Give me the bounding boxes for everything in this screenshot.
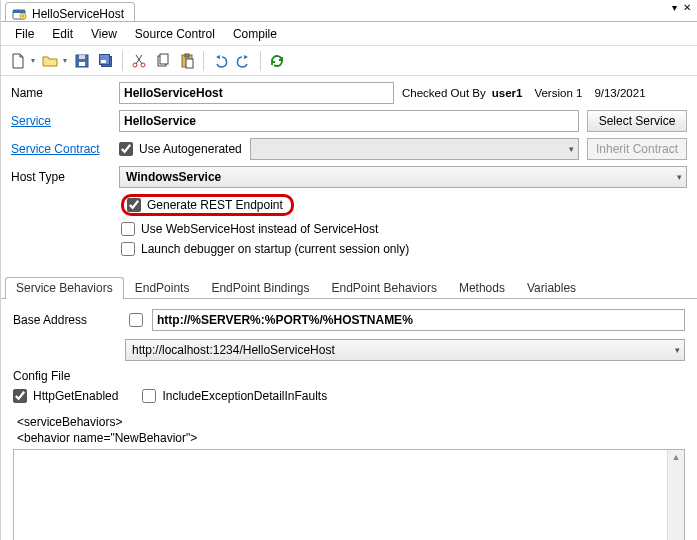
svg-rect-5 [79, 55, 85, 59]
svg-rect-4 [79, 62, 85, 66]
svg-rect-8 [101, 60, 106, 63]
tab-endpoints[interactable]: EndPoints [124, 277, 201, 299]
menu-edit[interactable]: Edit [44, 24, 81, 44]
open-folder-dropdown[interactable]: ▾ [61, 56, 69, 65]
undo-icon[interactable] [209, 50, 231, 72]
behavior-xml-textarea[interactable]: ▲ ▼ [13, 449, 685, 540]
save-icon[interactable] [71, 50, 93, 72]
launch-debugger-label: Launch debugger on startup (current sess… [141, 242, 409, 256]
include-exception-checkbox[interactable] [142, 389, 156, 403]
chevron-down-icon: ▾ [677, 172, 682, 182]
document-tab-row: HelloServiceHost ▾ ✕ [1, 0, 697, 22]
window-menu-caret-icon[interactable]: ▾ [672, 3, 677, 13]
host-type-label: Host Type [11, 170, 111, 184]
select-service-button[interactable]: Select Service [587, 110, 687, 132]
copy-icon[interactable] [152, 50, 174, 72]
base-address-template-checkbox[interactable] [129, 313, 143, 327]
base-address-template-input[interactable] [152, 309, 685, 331]
open-folder-icon[interactable] [39, 50, 61, 72]
tab-strip: Service Behaviors EndPoints EndPoint Bin… [1, 266, 697, 299]
menu-compile[interactable]: Compile [225, 24, 285, 44]
scroll-up-icon[interactable]: ▲ [672, 452, 681, 462]
new-file-dropdown[interactable]: ▾ [29, 56, 37, 65]
tab-variables[interactable]: Variables [516, 277, 587, 299]
svg-rect-12 [160, 54, 168, 64]
menu-bar: File Edit View Source Control Compile [1, 22, 697, 46]
tab-endpoint-bindings[interactable]: EndPoint Bindings [200, 277, 320, 299]
document-tab[interactable]: HelloServiceHost [5, 2, 135, 22]
inherit-contract-button: Inherit Contract [587, 138, 687, 160]
panel-service-behaviors: Base Address http://localhost:1234/Hello… [1, 299, 697, 540]
service-input[interactable] [119, 110, 579, 132]
include-exception-label: IncludeExceptionDetailInFaults [162, 389, 327, 403]
new-file-icon[interactable] [7, 50, 29, 72]
service-contract-link[interactable]: Service Contract [11, 142, 111, 156]
form-area: Name Checked Out By user1 Version 1 9/13… [1, 76, 697, 266]
xml-line-1: <serviceBehaviors> [17, 415, 685, 429]
svg-rect-14 [185, 54, 189, 57]
chevron-down-icon: ▾ [675, 345, 680, 355]
servicehost-icon [12, 7, 28, 21]
checked-out-by-value: user1 [492, 87, 523, 99]
http-get-enabled-checkbox[interactable] [13, 389, 27, 403]
tab-methods[interactable]: Methods [448, 277, 516, 299]
checked-out-by-label: Checked Out By [402, 87, 486, 99]
config-file-label: Config File [13, 369, 685, 383]
status-meta: Checked Out By user1 Version 1 9/13/2021 [402, 87, 687, 99]
svg-rect-15 [186, 59, 193, 68]
svg-point-10 [141, 63, 145, 67]
date-label: 9/13/2021 [594, 87, 645, 99]
scrollbar[interactable]: ▲ ▼ [667, 450, 684, 540]
tab-endpoint-behaviors[interactable]: EndPoint Behaviors [321, 277, 448, 299]
host-type-value: WindowsService [126, 170, 221, 184]
generate-rest-endpoint-highlight: Generate REST Endpoint [121, 194, 294, 216]
xml-line-2: <behavior name="NewBehavior"> [17, 431, 685, 445]
menu-source-control[interactable]: Source Control [127, 24, 223, 44]
redo-icon[interactable] [233, 50, 255, 72]
host-type-combo[interactable]: WindowsService ▾ [119, 166, 687, 188]
toolbar: ▾ ▾ [1, 46, 697, 76]
name-input[interactable] [119, 82, 394, 104]
use-webservicehost-label: Use WebServiceHost instead of ServiceHos… [141, 222, 378, 236]
window-close-icon[interactable]: ✕ [683, 3, 691, 13]
version-label: Version 1 [534, 87, 582, 99]
use-autogenerated-label: Use Autogenerated [139, 142, 242, 156]
cut-icon[interactable] [128, 50, 150, 72]
menu-file[interactable]: File [7, 24, 42, 44]
service-link[interactable]: Service [11, 114, 111, 128]
document-tab-title: HelloServiceHost [32, 7, 124, 21]
tab-service-behaviors[interactable]: Service Behaviors [5, 277, 124, 299]
generate-rest-endpoint-checkbox[interactable] [127, 198, 141, 212]
base-address-concrete-value: http://localhost:1234/HelloServiceHost [132, 343, 335, 357]
svg-point-9 [133, 63, 137, 67]
paste-icon[interactable] [176, 50, 198, 72]
use-webservicehost-checkbox[interactable] [121, 222, 135, 236]
refresh-icon[interactable] [266, 50, 288, 72]
save-all-icon[interactable] [95, 50, 117, 72]
menu-view[interactable]: View [83, 24, 125, 44]
generate-rest-endpoint-label: Generate REST Endpoint [147, 198, 283, 212]
base-address-concrete-combo[interactable]: http://localhost:1234/HelloServiceHost ▾ [125, 339, 685, 361]
launch-debugger-checkbox[interactable] [121, 242, 135, 256]
http-get-enabled-label: HttpGetEnabled [33, 389, 118, 403]
use-autogenerated-checkbox[interactable] [119, 142, 133, 156]
service-contract-combo: ▾ [250, 138, 579, 160]
base-address-label: Base Address [13, 313, 113, 327]
name-label: Name [11, 86, 111, 100]
